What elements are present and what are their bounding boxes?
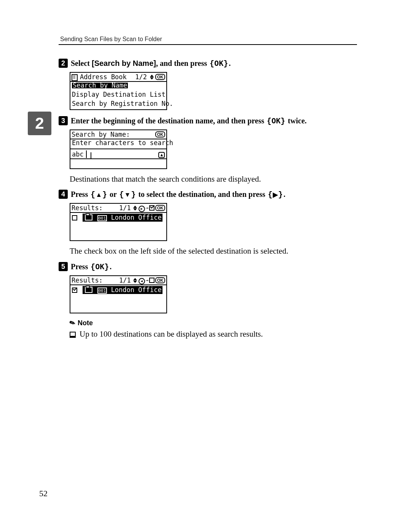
check-icon (149, 205, 155, 211)
shift-key-icon: ▲ (158, 152, 165, 158)
ok-indicator: OK (155, 74, 165, 80)
running-head: Sending Scan Files by Scan to Folder (60, 36, 373, 43)
page-number: 52 (39, 489, 48, 498)
input-mode-label: abc (72, 152, 84, 157)
step-2: 2 Select [Search by Name], and then pres… (59, 59, 373, 110)
lcd-search-input: Search by Name: OK Enter characters to s… (70, 129, 167, 169)
input-row[interactable]: abc ▲ (70, 149, 166, 158)
lcd-title: Address Book (80, 74, 127, 80)
note-text: Up to 100 destinations can be displayed … (80, 329, 263, 339)
lcd-header: Results: 1/1 ▶ → OK (70, 204, 166, 213)
step-5: 5 Press {OK}. Results: 1/1 ◀ → OK (59, 262, 373, 339)
step-4-after-text: The check box on the left side of the se… (70, 246, 373, 256)
step-number-icon: 5 (59, 262, 68, 271)
lcd-address-book: Address Book 1/2 OK Search by Name Displ… (70, 72, 167, 110)
step-3-after-text: Destinations that match the search condi… (70, 174, 373, 184)
step-2-instruction: 2 Select [Search by Name], and then pres… (59, 59, 373, 68)
step-number-icon: 3 (59, 116, 68, 125)
lcd-header: Results: 1/1 ◀ → OK (70, 276, 166, 285)
result-item[interactable]: 001 London Office (70, 213, 166, 222)
pencil-icon: ✎ (68, 318, 77, 328)
step-5-instruction: 5 Press {OK}. (59, 262, 373, 272)
uncheck-icon (149, 278, 155, 283)
lcd-header: Search by Name: OK (70, 130, 166, 139)
menu-item[interactable]: Display Destination List (70, 91, 166, 100)
result-item[interactable]: 001 London Office (70, 285, 166, 294)
selected-result: 001 London Office (83, 286, 162, 294)
book-icon (72, 74, 78, 81)
result-body: 001 London Office (70, 285, 166, 313)
lcd-body: Search by Name Display Destination List … (70, 82, 166, 109)
result-body: 001 London Office (70, 213, 166, 240)
checkbox-icon[interactable] (72, 215, 77, 220)
page-counter: 1/2 (135, 74, 147, 80)
lcd-title: Results: (72, 205, 103, 211)
header-icons: 1/1 ▶ → OK (119, 205, 165, 211)
note-item: Up to 100 destinations can be displayed … (70, 329, 373, 339)
selected-result: 001 London Office (83, 214, 162, 222)
reg-number: 001 (97, 215, 107, 221)
header-rule (59, 44, 357, 45)
result-name: London Office (111, 286, 162, 294)
header-icons: 1/1 ◀ → OK (119, 277, 165, 284)
lcd-results-unchecked: Results: 1/1 ▶ → OK (70, 203, 167, 241)
step-3-instruction: 3 Enter the beginning of the destination… (59, 116, 373, 126)
note-label: Note (78, 319, 93, 327)
step-4-instruction: 4 Press {▲} or {▼} to select the destina… (59, 190, 373, 199)
step-2-text: Select [Search by Name], and then press … (71, 59, 231, 68)
reg-number: 001 (97, 288, 107, 294)
hint-text: Enter characters to search (70, 139, 166, 149)
text-cursor-icon (91, 152, 91, 158)
ok-indicator: OK (155, 277, 165, 283)
menu-item[interactable]: Search by Name (70, 82, 166, 91)
content-area: 2 Select [Search by Name], and then pres… (59, 59, 373, 339)
checkbox-icon[interactable] (72, 288, 77, 293)
empty-row (70, 159, 166, 168)
page-counter: 1/1 (119, 278, 131, 283)
updown-icon (150, 75, 154, 80)
ok-indicator: OK (155, 205, 165, 211)
folder-icon (85, 287, 92, 293)
chapter-badge: 2 (28, 112, 51, 135)
document-page: Sending Scan Files by Scan to Folder 2 2… (0, 0, 411, 532)
step-5-text: Press {OK}. (71, 262, 112, 272)
lcd-title: Results: (72, 278, 103, 283)
lcd-results-checked: Results: 1/1 ◀ → OK (70, 275, 167, 313)
step-3: 3 Enter the beginning of the destination… (59, 116, 373, 184)
selected-item-label: Search by Name (72, 83, 128, 88)
note-heading: ✎ Note (70, 319, 373, 327)
lcd-title: Search by Name: (72, 132, 130, 137)
result-name: London Office (111, 214, 162, 221)
ok-indicator: OK (155, 131, 165, 137)
updown-icon (133, 278, 137, 283)
page-counter: 1/1 (119, 205, 131, 211)
menu-item[interactable]: Search by Registration No. (70, 100, 166, 109)
step-3-text: Enter the beginning of the destination n… (71, 116, 307, 126)
lcd-header: Address Book 1/2 OK (70, 73, 166, 82)
right-circle-icon: ▶ (139, 206, 145, 212)
step-4-text: Press {▲} or {▼} to select the destinati… (71, 190, 285, 199)
left-circle-icon: ◀ (139, 278, 145, 284)
step-4: 4 Press {▲} or {▼} to select the destina… (59, 190, 373, 256)
step-number-icon: 2 (59, 59, 68, 68)
folder-icon (85, 214, 92, 220)
bullet-icon (70, 332, 76, 338)
step-number-icon: 4 (59, 190, 68, 199)
updown-icon (133, 206, 137, 211)
